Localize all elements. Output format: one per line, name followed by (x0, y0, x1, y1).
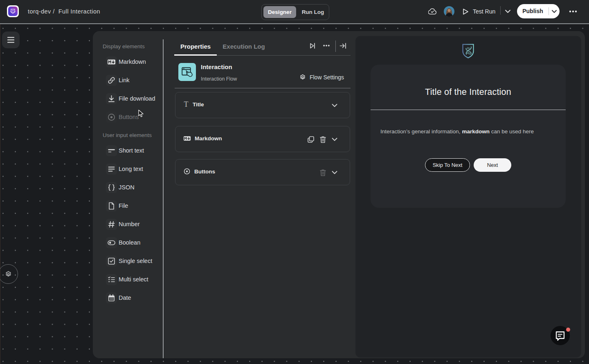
svg-text:T: T (184, 101, 189, 108)
